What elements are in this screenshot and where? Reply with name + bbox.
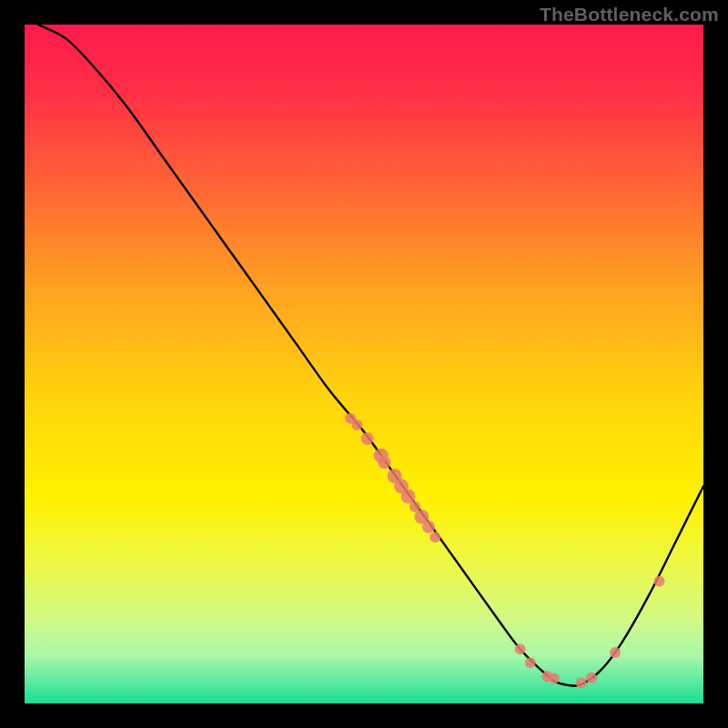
data-marker [352, 420, 363, 430]
data-marker [610, 647, 621, 658]
data-marker [430, 531, 440, 542]
chart-frame: TheBottleneck.com [0, 0, 728, 728]
data-marker [361, 432, 374, 445]
gradient-bg [25, 25, 703, 703]
data-marker [378, 456, 390, 469]
data-marker [525, 657, 536, 668]
data-marker [586, 672, 597, 683]
data-marker [549, 672, 560, 683]
data-marker [576, 678, 587, 689]
data-marker [422, 521, 435, 533]
data-marker [515, 643, 526, 654]
data-marker [654, 576, 665, 587]
plot-area [25, 25, 703, 703]
plot-svg [25, 25, 703, 703]
watermark-label: TheBottleneck.com [540, 4, 719, 25]
